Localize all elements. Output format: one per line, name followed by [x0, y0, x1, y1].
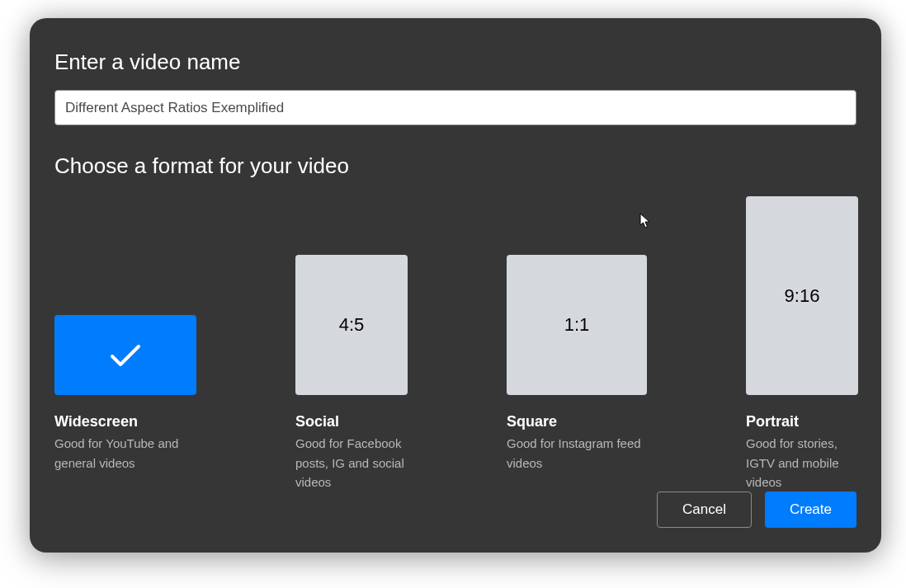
format-option-widescreen[interactable]: Widescreen Good for YouTube and general … — [54, 195, 196, 473]
preview-slot: 9:16 — [746, 195, 858, 395]
preview-slot: 4:5 — [295, 195, 408, 395]
format-heading: Choose a format for your video — [54, 153, 856, 179]
video-name-heading: Enter a video name — [54, 49, 856, 75]
preview-slot: 1:1 — [507, 195, 647, 395]
check-icon — [109, 343, 142, 368]
ratio-label: 9:16 — [785, 285, 820, 307]
format-title: Square — [507, 413, 557, 430]
format-option-portrait[interactable]: 9:16 Portrait Good for stories, IGTV and… — [746, 195, 858, 492]
format-desc: Good for YouTube and general videos — [54, 434, 195, 473]
format-desc: Good for Facebook posts, IG and social v… — [295, 434, 408, 492]
preview-social: 4:5 — [295, 255, 408, 395]
ratio-label: 4:5 — [339, 314, 365, 336]
preview-slot — [54, 195, 196, 395]
format-title: Widescreen — [54, 413, 138, 430]
new-video-dialog: Enter a video name Choose a format for y… — [30, 18, 881, 553]
preview-widescreen — [54, 315, 196, 395]
format-title: Social — [295, 413, 339, 430]
preview-portrait: 9:16 — [746, 196, 858, 395]
format-desc: Good for Instagram feed videos — [507, 434, 647, 473]
preview-square: 1:1 — [507, 255, 647, 395]
ratio-label: 1:1 — [564, 314, 590, 336]
video-name-input[interactable] — [54, 90, 856, 125]
dialog-actions: Cancel Create — [54, 492, 856, 528]
cancel-button[interactable]: Cancel — [657, 492, 752, 528]
format-title: Portrait — [746, 413, 799, 430]
format-options: Widescreen Good for YouTube and general … — [54, 195, 856, 492]
format-desc: Good for stories, IGTV and mobile videos — [746, 434, 858, 492]
format-option-square[interactable]: 1:1 Square Good for Instagram feed video… — [507, 195, 647, 473]
create-button[interactable]: Create — [765, 492, 856, 528]
format-option-social[interactable]: 4:5 Social Good for Facebook posts, IG a… — [295, 195, 408, 492]
